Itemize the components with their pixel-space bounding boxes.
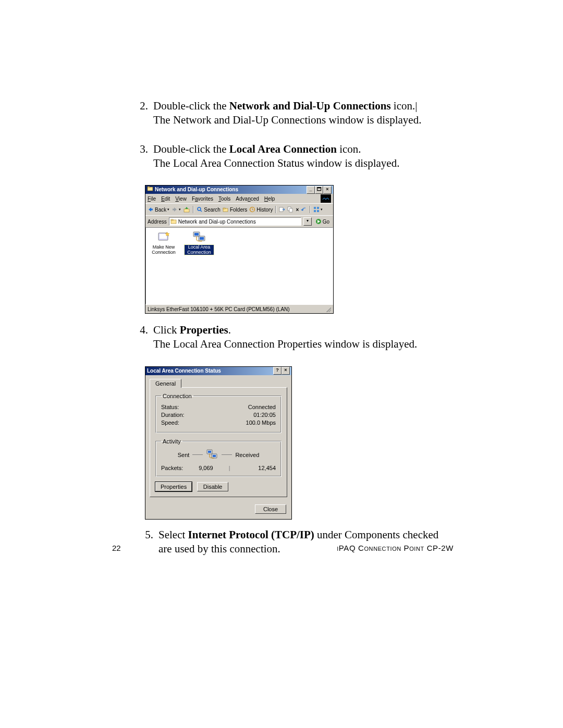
row-packets: Packets: 9,069 | 12,454 xyxy=(161,465,276,471)
address-input[interactable]: Network and Dial-up Connections xyxy=(169,217,301,226)
svg-rect-14 xyxy=(314,207,316,209)
close-button[interactable]: × xyxy=(282,367,290,375)
value: Connected xyxy=(248,404,276,410)
delete-button[interactable]: × xyxy=(296,207,299,213)
address-value: Network and Dial-up Connections xyxy=(178,219,256,225)
label: Speed: xyxy=(161,419,179,426)
views-button[interactable]: ▾ xyxy=(313,206,323,213)
resize-grip-icon[interactable] xyxy=(325,306,331,312)
svg-rect-9 xyxy=(223,208,225,209)
label: Packets: xyxy=(161,465,183,471)
icon-label: Make New Connection xyxy=(152,244,176,254)
svg-rect-30 xyxy=(213,455,216,457)
wizard-icon xyxy=(156,231,171,243)
product-name: iPAQ Connection Point CP-2W xyxy=(337,544,454,552)
icon-local-area-connection[interactable]: Local Area Connection xyxy=(185,231,214,255)
address-dropdown[interactable]: ▾ xyxy=(303,217,312,226)
go-button[interactable]: Go xyxy=(314,218,331,225)
copyto-button[interactable] xyxy=(287,206,293,213)
window-controls: ? × xyxy=(273,367,290,375)
svg-rect-15 xyxy=(317,207,319,209)
svg-rect-11 xyxy=(279,207,283,212)
menu-favorites[interactable]: Favorites xyxy=(192,196,213,202)
back-button[interactable]: Back ▾ xyxy=(148,206,169,213)
svg-rect-22 xyxy=(160,234,167,239)
dialog-lac-status: Local Area Connection Status ? × General… xyxy=(145,366,292,520)
svg-rect-28 xyxy=(208,451,211,453)
svg-rect-2 xyxy=(322,195,330,202)
text: The Local Area Connection Status window … xyxy=(153,157,399,169)
svg-rect-17 xyxy=(317,210,319,212)
tab-strip: General xyxy=(145,375,291,387)
menu-help[interactable]: Help xyxy=(264,196,275,202)
text: Double-click the xyxy=(153,143,229,155)
svg-rect-26 xyxy=(200,237,204,240)
step-body: Double-click the Network and Dial-Up Con… xyxy=(153,99,454,128)
step-2: 2. Double-click the Network and Dial-Up … xyxy=(130,99,454,128)
text: Double-click the xyxy=(153,100,229,112)
close-dialog-button[interactable]: Close xyxy=(255,504,286,514)
up-button[interactable] xyxy=(183,206,190,213)
text: Select xyxy=(158,528,188,541)
undo-button[interactable] xyxy=(301,206,307,213)
properties-button[interactable]: Properties xyxy=(155,482,192,491)
tab-general[interactable]: General xyxy=(150,379,181,388)
text: icon. xyxy=(337,143,361,155)
group-activity: Activity Sent xyxy=(155,438,282,477)
text: icon.| xyxy=(391,100,418,112)
step-body: Click Properties. The Local Area Connect… xyxy=(153,323,454,352)
moveto-button[interactable] xyxy=(279,206,285,213)
titlebar: Network and Dial-up Connections _ 🗖 × xyxy=(145,186,333,194)
text: The Network and Dial-Up Connections wind… xyxy=(153,114,421,126)
svg-rect-3 xyxy=(151,209,153,211)
throbber-icon xyxy=(321,194,331,203)
text: . xyxy=(228,324,231,336)
sent-label: Sent xyxy=(178,452,190,458)
icon-make-new-connection[interactable]: Make New Connection xyxy=(149,231,178,255)
step-4: 4. Click Properties. The Local Area Conn… xyxy=(130,323,454,352)
disable-button[interactable]: Disable xyxy=(197,482,228,491)
label: Status: xyxy=(161,404,179,410)
label: Duration: xyxy=(161,412,185,418)
maximize-button[interactable]: 🗖 xyxy=(315,186,323,194)
group-label: Activity xyxy=(161,438,182,445)
folders-button[interactable]: Folders xyxy=(223,206,247,213)
folder-view[interactable]: Make New Connection Local Area Connectio… xyxy=(145,227,333,304)
group-connection: Connection Status: Connected Duration: 0… xyxy=(155,393,282,433)
step-number: 4. xyxy=(130,323,153,352)
window-controls: _ 🗖 × xyxy=(307,186,332,194)
menu-advanced[interactable]: Advanced xyxy=(236,196,259,202)
row-speed: Speed: 100.0 Mbps xyxy=(161,419,276,426)
packets-sent: 9,069 xyxy=(183,465,228,471)
button-row: Properties Disable xyxy=(155,482,282,491)
dialog-bottom: Close xyxy=(145,501,291,519)
menu-file[interactable]: File xyxy=(148,196,156,202)
menu-edit[interactable]: Edit xyxy=(161,196,170,202)
text: The Local Area Connection Properties win… xyxy=(153,338,417,350)
minimize-button[interactable]: _ xyxy=(307,186,315,194)
close-button[interactable]: × xyxy=(323,186,332,194)
window-network-connections: Network and Dial-up Connections _ 🗖 × Fi… xyxy=(145,185,334,314)
svg-rect-5 xyxy=(184,209,189,212)
help-button[interactable]: ? xyxy=(273,367,282,375)
menu-tools[interactable]: Tools xyxy=(218,196,230,202)
statusbar: Linksys EtherFast 10&100 + 56K PC Card (… xyxy=(145,304,333,313)
menu-view[interactable]: View xyxy=(175,196,187,202)
page-number: 22 xyxy=(112,544,121,552)
status-text: Linksys EtherFast 10&100 + 56K PC Card (… xyxy=(148,306,290,312)
step-number: 3. xyxy=(130,142,153,171)
search-button[interactable]: Search xyxy=(197,206,221,213)
address-label: Address xyxy=(148,219,167,225)
group-label: Connection xyxy=(161,393,193,399)
packets-received: 12,454 xyxy=(230,465,276,471)
forward-button[interactable]: ▾ xyxy=(172,206,181,213)
bold-text: Local Area Connection xyxy=(229,143,337,155)
history-button[interactable]: History xyxy=(249,206,273,213)
svg-rect-1 xyxy=(148,187,150,188)
activity-header: Sent Received xyxy=(161,449,276,461)
page-content: 2. Double-click the Network and Dial-Up … xyxy=(130,99,454,571)
icon-label: Local Area Connection xyxy=(185,245,214,255)
titlebar: Local Area Connection Status ? × xyxy=(145,367,291,375)
toolbar: Back ▾ ▾ Search Folders History xyxy=(145,203,333,215)
activity-icon xyxy=(206,449,218,461)
